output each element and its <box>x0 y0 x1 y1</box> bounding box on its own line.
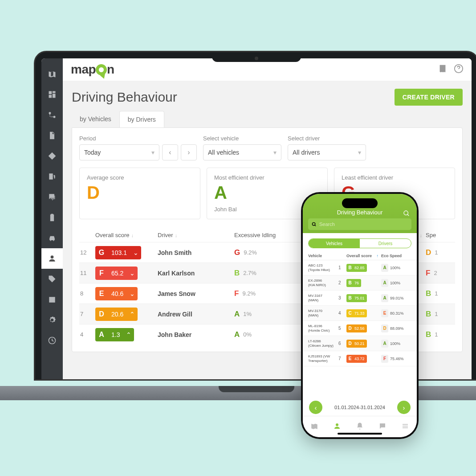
phone-eco-grade: F <box>381 355 388 363</box>
phone-score-badge: B76 <box>346 279 361 287</box>
help-icon[interactable] <box>454 64 464 75</box>
search-icon[interactable] <box>403 210 410 219</box>
phone-nav-driver-icon[interactable] <box>333 422 341 432</box>
col-driver[interactable]: Driver↓ <box>158 232 234 238</box>
phone-row[interactable]: EX-2896(KIA NIRO) 2 B76 A100% <box>303 275 417 291</box>
sidebar-alert-icon[interactable] <box>41 146 63 166</box>
col-speed[interactable]: Spe <box>426 232 451 238</box>
sidebar-fuel-icon[interactable] <box>41 166 63 187</box>
phone-vehicle: ABC-123(Toyota Hilux) <box>308 263 338 271</box>
phone-nav-bell-icon[interactable] <box>356 422 364 432</box>
tab-by-vehicles[interactable]: by Vehicles <box>72 111 119 127</box>
vehicle-select[interactable]: All vehicles▾ <box>203 144 281 160</box>
phone-eco-grade: A <box>381 279 388 287</box>
phone-title: Driving Behaviour <box>303 209 417 216</box>
phone-nav-chat-icon[interactable] <box>378 422 386 432</box>
driver-name: John Baker <box>158 331 191 338</box>
sidebar-settings-icon[interactable] <box>41 310 63 330</box>
phone-row[interactable]: MV-3167(MAN) 3 B75.01 A99.01% <box>303 291 417 306</box>
sidebar-driver-icon[interactable] <box>41 248 63 269</box>
page-title: Driving Behaviour <box>72 90 177 105</box>
period-select[interactable]: Today▾ <box>79 144 159 160</box>
phone-vehicle: ML-8196(Honda Civic) <box>308 324 338 332</box>
phone-date-next[interactable]: › <box>397 401 411 414</box>
phone-score-badge: B82.85 <box>346 264 367 272</box>
sidebar-clipboard-icon[interactable] <box>41 207 63 228</box>
sidebar-car-icon[interactable] <box>41 228 63 248</box>
score-badge: E40.6⌄ <box>95 287 138 300</box>
average-grade: D <box>87 184 193 201</box>
score-badge: A1.3⌃ <box>95 328 134 341</box>
receipt-icon[interactable] <box>438 64 448 75</box>
sidebar-route-icon[interactable] <box>41 105 63 125</box>
svg-point-0 <box>49 112 51 114</box>
phone-eco-grade: E <box>381 309 388 317</box>
svg-point-1 <box>53 116 56 118</box>
svg-point-4 <box>404 211 408 215</box>
phone-vehicle: LT-6286(Citroen Jumpy) <box>308 339 338 347</box>
phone-row[interactable]: MV-3170(MAN) 4 C71.33 E80.31% <box>303 306 417 321</box>
period-next-button[interactable]: › <box>181 144 197 160</box>
sidebar-document-icon[interactable] <box>41 125 63 146</box>
phone-eco-grade: A <box>381 264 388 272</box>
phone-row[interactable]: ML-8196(Honda Civic) 5 D52.56 D88.09% <box>303 321 417 336</box>
col-overall[interactable]: Overall score↓ <box>95 232 158 238</box>
segment-vehicles[interactable]: Vehicles <box>309 239 360 248</box>
phone-date-range: 01.01.2024-31.01.2024 <box>334 405 385 410</box>
phone-score-badge: C71.33 <box>346 309 367 317</box>
sidebar-chat-icon[interactable] <box>41 187 63 207</box>
period-prev-button[interactable]: ‹ <box>162 144 178 160</box>
driver-name: Karl Karlson <box>158 270 195 277</box>
phone-mockup: Driving Behaviour Search Vehicles Driver… <box>301 192 419 439</box>
phone-nav-menu-icon[interactable] <box>401 422 409 432</box>
phone-eco-grade: A <box>381 340 388 348</box>
ph-col-eco[interactable]: Eco Speed <box>381 254 411 258</box>
driver-name: James Snow <box>158 290 195 297</box>
phone-vehicle: MV-3170(MAN) <box>308 309 338 317</box>
score-badge: G103.1⌄ <box>95 246 141 259</box>
logo: mapn <box>71 62 114 77</box>
most-grade: A <box>214 184 320 201</box>
phone-nav-map-icon[interactable] <box>310 422 318 432</box>
sidebar-map-icon[interactable] <box>41 64 63 84</box>
driver-name: Andrew Gill <box>158 311 192 318</box>
phone-vehicle: KJ51893 (VWTransporter) <box>308 354 338 362</box>
phone-eco-grade: D <box>381 324 388 332</box>
driver-filter-label: Select driver <box>288 135 366 142</box>
phone-row[interactable]: KJ51893 (VWTransporter) 7 E43.72 F75.46% <box>303 351 417 366</box>
col-idling[interactable]: Excessive Idling <box>234 232 288 238</box>
phone-row[interactable]: ABC-123(Toyota Hilux) 1 B82.85 A100% <box>303 260 417 275</box>
create-driver-button[interactable]: CREATE DRIVER <box>395 89 463 106</box>
ph-col-overall[interactable]: Overall score↑ <box>346 254 381 258</box>
score-badge: F65.2⌄ <box>95 267 138 280</box>
phone-date-prev[interactable]: ‹ <box>309 401 322 414</box>
ph-col-vehicle[interactable]: Vehicle <box>308 254 338 258</box>
sidebar-dashboard-icon[interactable] <box>41 84 63 105</box>
phone-score-badge: E43.72 <box>346 355 367 363</box>
vehicle-filter-label: Select vehicle <box>203 135 281 142</box>
phone-score-badge: D52.56 <box>346 324 367 332</box>
driver-select[interactable]: All drivers▾ <box>288 144 366 160</box>
svg-point-2 <box>51 255 54 259</box>
sidebar-calendar-icon[interactable] <box>41 289 63 310</box>
phone-search-input[interactable]: Search <box>308 218 411 230</box>
sidebar <box>41 58 63 379</box>
phone-vehicle: EX-2896(KIA NIRO) <box>308 279 338 287</box>
phone-eco-grade: A <box>381 294 388 302</box>
sidebar-history-icon[interactable] <box>41 330 63 351</box>
sidebar-tag-icon[interactable] <box>41 269 63 289</box>
score-badge: D20.6⌃ <box>95 308 138 321</box>
svg-point-5 <box>312 222 315 225</box>
tab-by-drivers[interactable]: by Drivers <box>119 111 164 127</box>
period-label: Period <box>79 135 197 142</box>
segment-drivers[interactable]: Drivers <box>360 239 411 248</box>
svg-point-6 <box>336 423 338 426</box>
driver-name: John Smith <box>158 249 191 256</box>
phone-score-badge: D50.21 <box>346 340 367 348</box>
phone-vehicle: MV-3167(MAN) <box>308 294 338 302</box>
phone-row[interactable]: LT-6286(Citroen Jumpy) 6 D50.21 A100% <box>303 336 417 351</box>
phone-score-badge: B75.01 <box>346 294 367 302</box>
average-score-card: Average score D <box>79 168 200 219</box>
